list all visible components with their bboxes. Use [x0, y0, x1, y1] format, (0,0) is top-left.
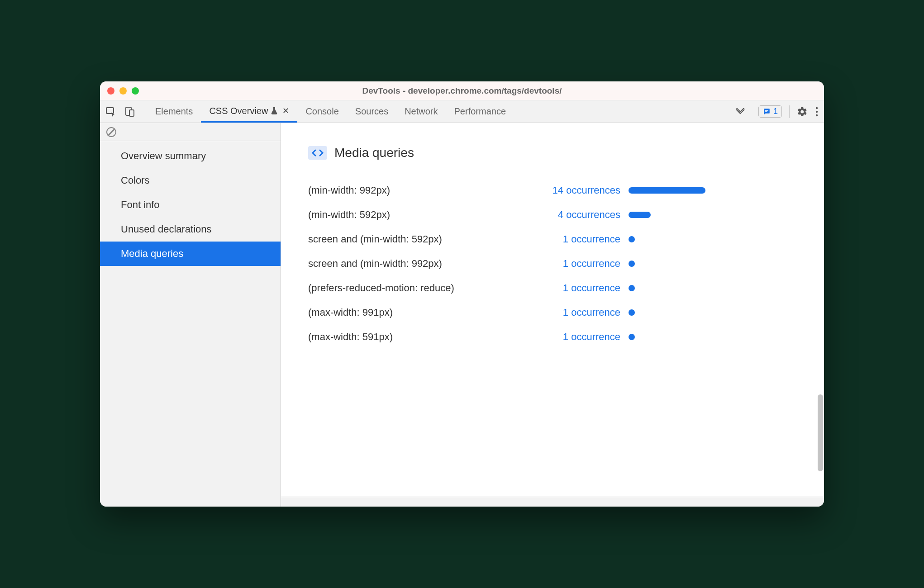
zoom-window-button[interactable] — [132, 87, 139, 95]
traffic-lights — [107, 87, 139, 95]
tab-performance[interactable]: Performance — [446, 100, 514, 123]
tab-css-overview[interactable]: CSS Overview✕ — [201, 100, 297, 123]
toolbar-divider — [789, 105, 790, 118]
sidebar-item-media-queries[interactable]: Media queries — [100, 242, 281, 266]
occurrence-bar — [629, 212, 651, 218]
scrollbar-track[interactable] — [818, 141, 823, 496]
occurrences-link[interactable]: 1 occurrence — [539, 282, 620, 294]
occurrences-link[interactable]: 4 occurrences — [539, 209, 620, 221]
media-queries-list: (min-width: 992px)14 occurrences(min-wid… — [308, 178, 797, 349]
svg-point-6 — [816, 110, 818, 112]
devtools-toolbar: ElementsCSS Overview✕ConsoleSourcesNetwo… — [100, 100, 824, 123]
media-query-row: screen and (min-width: 992px)1 occurrenc… — [308, 251, 797, 276]
occurrence-bar-cell — [629, 309, 728, 316]
close-window-button[interactable] — [107, 87, 114, 95]
tab-label: Network — [405, 106, 438, 117]
media-query-text: (max-width: 991px) — [308, 307, 539, 318]
svg-point-7 — [816, 114, 818, 116]
svg-point-5 — [816, 107, 818, 109]
main-panel: Media queries (min-width: 992px)14 occur… — [281, 123, 824, 507]
minimize-window-button[interactable] — [119, 87, 127, 95]
tab-sources[interactable]: Sources — [347, 100, 396, 123]
media-query-text: (min-width: 992px) — [308, 185, 539, 196]
sidebar-item-overview-summary[interactable]: Overview summary — [100, 144, 281, 168]
media-query-row: (max-width: 591px)1 occurrence — [308, 325, 797, 349]
occurrences-link[interactable]: 1 occurrence — [539, 233, 620, 245]
tab-label: Sources — [355, 106, 388, 117]
occurrences-link[interactable]: 1 occurrence — [539, 258, 620, 270]
device-toolbar-icon[interactable] — [124, 106, 135, 117]
window-title: DevTools - developer.chrome.com/tags/dev… — [100, 86, 824, 96]
inspect-element-icon[interactable] — [105, 106, 116, 117]
more-tabs-button[interactable] — [729, 108, 751, 115]
chat-icon — [762, 108, 771, 116]
tab-label: Console — [305, 106, 338, 117]
tab-network[interactable]: Network — [396, 100, 446, 123]
section-header: Media queries — [308, 146, 797, 160]
occurrence-bar-cell — [629, 212, 728, 218]
section-title: Media queries — [334, 146, 414, 160]
media-query-row: (min-width: 592px)4 occurrences — [308, 203, 797, 227]
occurrence-bar — [629, 334, 635, 340]
sidebar-nav: Overview summaryColorsFont infoUnused de… — [100, 141, 281, 266]
sidebar-item-font-info[interactable]: Font info — [100, 193, 281, 217]
experiment-flask-icon — [271, 107, 278, 115]
settings-icon[interactable] — [797, 106, 808, 117]
media-query-text: (min-width: 592px) — [308, 209, 539, 221]
occurrences-link[interactable]: 1 occurrence — [539, 307, 620, 318]
svg-rect-0 — [106, 108, 114, 114]
occurrence-bar — [629, 187, 705, 194]
tab-console[interactable]: Console — [297, 100, 347, 123]
tab-label: Performance — [454, 106, 506, 117]
more-options-icon[interactable] — [815, 106, 819, 117]
sidebar-item-unused-declarations[interactable]: Unused declarations — [100, 217, 281, 242]
issues-count: 1 — [773, 107, 778, 116]
issues-badge[interactable]: 1 — [758, 105, 782, 118]
clear-overview-icon[interactable] — [106, 127, 116, 137]
media-query-row: (max-width: 991px)1 occurrence — [308, 300, 797, 325]
media-query-text: (max-width: 591px) — [308, 331, 539, 343]
media-query-row: (prefers-reduced-motion: reduce)1 occurr… — [308, 276, 797, 300]
panel-tabs: ElementsCSS Overview✕ConsoleSourcesNetwo… — [147, 100, 726, 123]
tab-elements[interactable]: Elements — [147, 100, 201, 123]
scrollbar-thumb[interactable] — [818, 394, 823, 471]
occurrence-bar — [629, 309, 635, 316]
media-query-row: screen and (min-width: 592px)1 occurrenc… — [308, 227, 797, 251]
occurrence-bar-cell — [629, 334, 728, 340]
svg-rect-2 — [129, 110, 134, 116]
media-queries-icon — [308, 146, 327, 160]
occurrence-bar-cell — [629, 187, 728, 194]
occurrence-bar-cell — [629, 236, 728, 242]
svg-rect-3 — [765, 110, 768, 111]
occurrence-bar — [629, 236, 635, 242]
titlebar: DevTools - developer.chrome.com/tags/dev… — [100, 81, 824, 100]
sidebar-item-colors[interactable]: Colors — [100, 168, 281, 193]
css-overview-sidebar: Overview summaryColorsFont infoUnused de… — [100, 123, 281, 507]
close-tab-icon[interactable]: ✕ — [282, 106, 289, 116]
sidebar-top-bar — [100, 123, 281, 141]
tab-label: CSS Overview — [209, 106, 268, 116]
occurrence-bar — [629, 285, 635, 291]
occurrence-bar — [629, 261, 635, 267]
devtools-window: DevTools - developer.chrome.com/tags/dev… — [100, 81, 824, 507]
media-query-text: (prefers-reduced-motion: reduce) — [308, 282, 539, 294]
svg-rect-4 — [765, 111, 767, 112]
media-query-row: (min-width: 992px)14 occurrences — [308, 178, 797, 203]
occurrences-link[interactable]: 1 occurrence — [539, 331, 620, 343]
media-query-text: screen and (min-width: 992px) — [308, 258, 539, 270]
main-footer-bar — [281, 497, 824, 507]
tab-label: Elements — [155, 106, 193, 117]
media-query-text: screen and (min-width: 592px) — [308, 233, 539, 245]
occurrence-bar-cell — [629, 261, 728, 267]
occurrences-link[interactable]: 14 occurrences — [539, 185, 620, 196]
occurrence-bar-cell — [629, 285, 728, 291]
